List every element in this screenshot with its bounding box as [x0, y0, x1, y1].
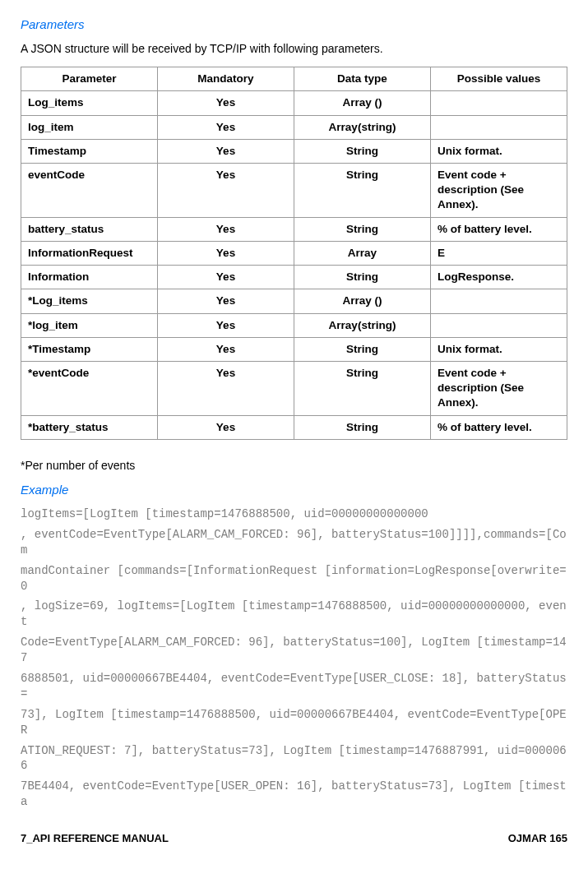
table-header-row: Parameter Mandatory Data type Possible v…	[21, 67, 567, 91]
cell-parameter: *eventCode	[21, 361, 158, 415]
cell-datatype: String	[294, 164, 431, 218]
footer-left: 7_API REFERENCE MANUAL	[21, 831, 169, 846]
code-line: 7BE4404, eventCode=EventType[USER_OPEN: …	[21, 779, 567, 810]
code-line: , eventCode=EventType[ALARM_CAM_FORCED: …	[21, 527, 567, 558]
cell-mandatory: Yes	[158, 217, 294, 241]
table-row: log_itemYesArray(string)	[21, 115, 567, 139]
cell-datatype: Array	[294, 241, 431, 265]
example-code-block: logItems=[LogItem [timestamp=1476888500,…	[21, 506, 567, 810]
cell-parameter: battery_status	[21, 217, 158, 241]
cell-mandatory: Yes	[158, 241, 294, 265]
cell-datatype: Array ()	[294, 289, 431, 313]
cell-datatype: String	[294, 361, 431, 415]
cell-possible: Event code + description (See Annex).	[431, 164, 567, 218]
note-per-events: *Per number of events	[21, 458, 567, 474]
th-datatype: Data type	[294, 67, 431, 91]
th-mandatory: Mandatory	[158, 67, 294, 91]
cell-possible: LogResponse.	[431, 266, 567, 289]
cell-possible	[431, 115, 567, 139]
cell-mandatory: Yes	[158, 91, 294, 115]
table-row: *log_itemYesArray(string)	[21, 313, 567, 337]
table-row: *eventCodeYesStringEvent code + descript…	[21, 361, 567, 415]
cell-datatype: Array(string)	[294, 115, 431, 139]
cell-possible: Event code + description (See Annex).	[431, 361, 567, 415]
parameters-table: Parameter Mandatory Data type Possible v…	[21, 67, 567, 440]
cell-parameter: *Timestamp	[21, 337, 158, 361]
code-line: , logSize=69, logItems=[LogItem [timesta…	[21, 599, 567, 630]
cell-mandatory: Yes	[158, 139, 294, 163]
cell-mandatory: Yes	[158, 415, 294, 439]
cell-possible	[431, 289, 567, 313]
heading-example: Example	[21, 482, 567, 498]
cell-mandatory: Yes	[158, 313, 294, 337]
cell-parameter: InformationRequest	[21, 241, 158, 265]
table-row: *Log_itemsYesArray ()	[21, 289, 567, 313]
cell-parameter: *Log_items	[21, 289, 158, 313]
cell-parameter: Timestamp	[21, 139, 158, 163]
cell-mandatory: Yes	[158, 289, 294, 313]
cell-possible: E	[431, 241, 567, 265]
table-row: InformationRequestYesArrayE	[21, 241, 567, 265]
cell-possible	[431, 91, 567, 115]
page-footer: 7_API REFERENCE MANUAL OJMAR 165	[21, 831, 567, 846]
cell-datatype: String	[294, 337, 431, 361]
code-line: ATION_REQUEST: 7], batteryStatus=73], Lo…	[21, 743, 567, 774]
cell-parameter: eventCode	[21, 164, 158, 218]
th-parameter: Parameter	[21, 67, 158, 91]
cell-mandatory: Yes	[158, 337, 294, 361]
cell-datatype: String	[294, 266, 431, 289]
cell-possible	[431, 313, 567, 337]
cell-datatype: Array(string)	[294, 313, 431, 337]
intro-text: A JSON structure will be received by TCP…	[21, 41, 567, 57]
cell-datatype: String	[294, 139, 431, 163]
cell-parameter: Information	[21, 266, 158, 289]
cell-parameter: *battery_status	[21, 415, 158, 439]
table-row: eventCodeYesStringEvent code + descripti…	[21, 164, 567, 218]
heading-parameters: Parameters	[21, 16, 567, 33]
cell-possible: % of battery level.	[431, 415, 567, 439]
cell-mandatory: Yes	[158, 115, 294, 139]
code-line: logItems=[LogItem [timestamp=1476888500,…	[21, 506, 567, 522]
cell-mandatory: Yes	[158, 361, 294, 415]
cell-datatype: String	[294, 217, 431, 241]
code-line: Code=EventType[ALARM_CAM_FORCED: 96], ba…	[21, 635, 567, 666]
table-row: battery_statusYesString% of battery leve…	[21, 217, 567, 241]
th-possible: Possible values	[431, 67, 567, 91]
code-line: 73], LogItem [timestamp=1476888500, uid=…	[21, 707, 567, 738]
cell-datatype: Array ()	[294, 91, 431, 115]
table-row: TimestampYesStringUnix format.	[21, 139, 567, 163]
table-row: *battery_statusYesString% of battery lev…	[21, 415, 567, 439]
cell-parameter: log_item	[21, 115, 158, 139]
footer-right: OJMAR 165	[508, 831, 567, 846]
cell-mandatory: Yes	[158, 266, 294, 289]
cell-mandatory: Yes	[158, 164, 294, 218]
cell-possible: % of battery level.	[431, 217, 567, 241]
cell-parameter: *log_item	[21, 313, 158, 337]
code-line: mandContainer [commands=[InformationRequ…	[21, 563, 567, 594]
cell-parameter: Log_items	[21, 91, 158, 115]
code-line: 6888501, uid=00000667BE4404, eventCode=E…	[21, 671, 567, 702]
cell-possible: Unix format.	[431, 337, 567, 361]
cell-possible: Unix format.	[431, 139, 567, 163]
table-row: *TimestampYesStringUnix format.	[21, 337, 567, 361]
table-row: Log_itemsYesArray ()	[21, 91, 567, 115]
table-row: InformationYesStringLogResponse.	[21, 266, 567, 289]
cell-datatype: String	[294, 415, 431, 439]
